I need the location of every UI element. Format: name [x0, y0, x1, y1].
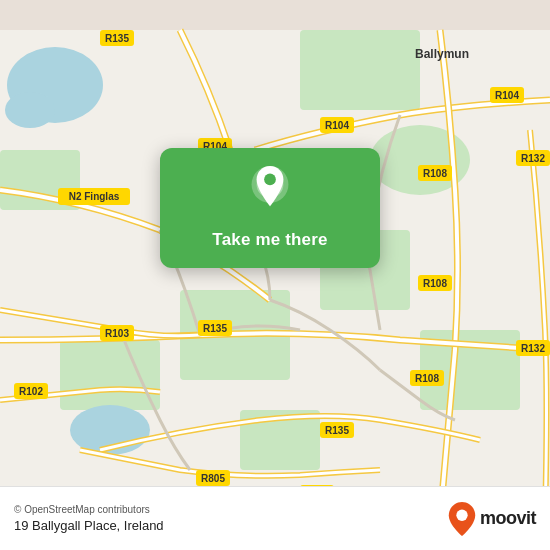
location-pin-icon: [244, 166, 296, 218]
svg-point-47: [264, 174, 276, 186]
map-background: N2 Finglas R104 R104 R104 R108 R108 R108…: [0, 0, 550, 550]
svg-text:N2 Finglas: N2 Finglas: [69, 191, 120, 202]
svg-text:R102: R102: [19, 386, 43, 397]
take-me-there-button[interactable]: Take me there: [212, 228, 327, 252]
bottom-left-info: © OpenStreetMap contributors 19 Ballygal…: [14, 504, 164, 533]
moovit-logo: moovit: [448, 502, 536, 536]
svg-text:R104: R104: [325, 120, 349, 131]
moovit-brand-text: moovit: [480, 508, 536, 529]
svg-text:R108: R108: [423, 278, 447, 289]
svg-text:R135: R135: [325, 425, 349, 436]
svg-text:R132: R132: [521, 343, 545, 354]
svg-text:R135: R135: [105, 33, 129, 44]
svg-rect-4: [300, 30, 420, 110]
svg-text:R132: R132: [521, 153, 545, 164]
bottom-bar: © OpenStreetMap contributors 19 Ballygal…: [0, 486, 550, 550]
svg-text:R135: R135: [203, 323, 227, 334]
svg-text:R103: R103: [105, 328, 129, 339]
svg-text:R805: R805: [201, 473, 225, 484]
osm-credit: © OpenStreetMap contributors: [14, 504, 164, 515]
svg-text:R104: R104: [495, 90, 519, 101]
svg-point-2: [5, 92, 55, 128]
svg-text:R108: R108: [423, 168, 447, 179]
svg-text:R108: R108: [415, 373, 439, 384]
svg-rect-8: [60, 340, 160, 410]
svg-text:Ballymun: Ballymun: [415, 47, 469, 61]
map-container: N2 Finglas R104 R104 R104 R108 R108 R108…: [0, 0, 550, 550]
address-text: 19 Ballygall Place, Ireland: [14, 518, 164, 533]
svg-point-48: [456, 509, 467, 520]
location-card: Take me there: [160, 148, 380, 268]
moovit-pin-icon: [448, 502, 476, 536]
